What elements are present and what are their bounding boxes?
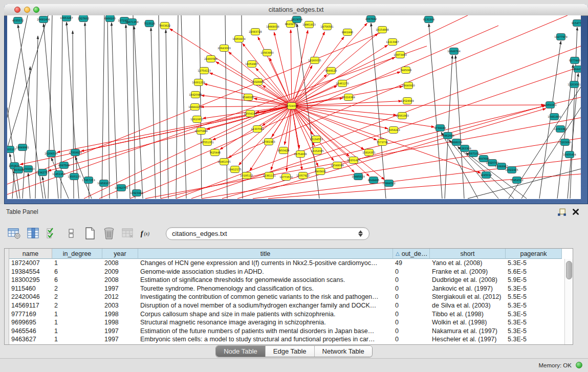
graph-node[interactable]: 12524949 <box>401 98 413 104</box>
graph-node[interactable]: 14756591 <box>320 24 333 30</box>
graph-node[interactable]: 16754836 <box>294 151 307 158</box>
graph-node[interactable]: 25605107 <box>7 146 16 153</box>
graph-node[interactable]: 7485063 <box>400 67 411 74</box>
table-row[interactable]: 969969511998Structural magnetic resonanc… <box>9 318 562 327</box>
graph-node[interactable]: 7573738 <box>377 139 388 146</box>
graph-node[interactable]: 20643003 <box>217 45 230 52</box>
column-header-in_degree[interactable]: in_degree <box>52 249 102 259</box>
close-panel-icon[interactable] <box>572 208 580 216</box>
graph-node[interactable]: 16640910 <box>402 82 415 89</box>
graph-node[interactable]: 18668038 <box>266 24 279 30</box>
graph-node[interactable]: 18420946 <box>189 92 202 98</box>
graph-node[interactable]: 9097588 <box>58 162 70 169</box>
graph-node[interactable]: 19944223 <box>188 104 201 111</box>
graph-node[interactable]: 22400584 <box>204 56 217 62</box>
graph-node[interactable]: 10481909 <box>548 114 560 120</box>
rows-icon[interactable] <box>64 226 78 240</box>
column-header-short[interactable]: short <box>430 249 506 259</box>
graph-node[interactable]: 16461045 <box>217 159 230 165</box>
graph-node[interactable]: 12203091 <box>568 81 580 88</box>
graph-node[interactable]: 18160035 <box>308 57 321 64</box>
graph-node[interactable]: 8131304 <box>423 16 434 23</box>
table-options-icon[interactable] <box>7 226 21 240</box>
graph-node[interactable]: 9886038 <box>451 139 462 146</box>
graph-node[interactable]: 16461270 <box>336 80 349 87</box>
graph-node[interactable]: 13505135 <box>68 173 80 180</box>
graph-node[interactable]: 7515526 <box>144 20 155 27</box>
table-row[interactable]: 1872400712008Changes of HCN gene express… <box>9 259 562 268</box>
graph-node[interactable]: 12754113 <box>198 68 210 74</box>
column-header-year[interactable]: year <box>102 249 138 259</box>
function-builder-icon[interactable]: f (x) <box>140 226 154 240</box>
network-canvas[interactable]: 1872400716154808122139871097349374850631… <box>7 15 581 199</box>
graph-node[interactable]: 10653287 <box>60 15 73 21</box>
graph-node[interactable]: 4035572 <box>12 17 24 24</box>
graph-node[interactable]: 7905600 <box>315 168 326 175</box>
graph-node[interactable]: 16648784 <box>447 48 460 55</box>
graph-node[interactable]: 7625446 <box>209 149 221 156</box>
graph-node[interactable]: 19861913 <box>302 21 315 28</box>
delete-table-icon[interactable] <box>121 226 135 240</box>
graph-node[interactable]: 2087682 <box>365 16 377 23</box>
graph-node[interactable]: 9950429 <box>278 147 289 154</box>
select-all-icon[interactable] <box>45 226 59 240</box>
table-scrollbar[interactable] <box>564 259 573 344</box>
graph-node[interactable]: 10862698 <box>441 133 454 139</box>
graph-node[interactable]: 9277443 <box>569 57 580 64</box>
graph-node[interactable]: 10216399 <box>342 94 355 101</box>
graph-node[interactable]: 16154808 <box>376 27 388 33</box>
graph-node[interactable]: 20691406 <box>37 16 50 23</box>
graph-node[interactable]: 10195115 <box>240 172 253 179</box>
table-row[interactable]: 1830029562008Estimation of significance … <box>9 276 562 285</box>
graph-node[interactable]: 9245012 <box>481 172 492 179</box>
graph-node[interactable]: 12213987 <box>386 39 399 46</box>
column-header-name[interactable]: name <box>9 249 52 259</box>
graph-node[interactable]: 16054907 <box>245 61 258 68</box>
graph-node[interactable]: 11337064 <box>251 126 264 133</box>
graph-node[interactable]: 19412175 <box>228 166 241 173</box>
graph-node[interactable]: 16001218 <box>192 79 205 86</box>
graph-node[interactable]: 11093360 <box>554 126 567 133</box>
graph-node[interactable]: 6466100 <box>104 15 116 22</box>
graph-node[interactable]: 12342757 <box>36 169 49 176</box>
graph-node[interactable]: 9861990 <box>342 29 353 36</box>
graph-node[interactable]: 11451955 <box>52 171 65 178</box>
table-row[interactable]: 2242004622012Investigating the contribut… <box>9 293 562 301</box>
graph-node[interactable]: 7663822 <box>159 23 170 29</box>
graph-node[interactable]: 12610651 <box>190 116 203 123</box>
graph-node[interactable]: 9546325 <box>243 94 254 101</box>
graph-node[interactable]: 15958361 <box>543 102 556 108</box>
column-header-pagerank[interactable]: pagerank <box>506 249 562 259</box>
table-row[interactable]: 946554611997Estimation of the future num… <box>9 327 562 336</box>
graph-node[interactable]: 20206536 <box>45 150 57 157</box>
tab-network-table[interactable]: Network Table <box>314 346 372 357</box>
graph-node[interactable]: 8739189 <box>434 125 446 132</box>
graph-node[interactable]: 12923448 <box>130 190 143 196</box>
scrollbar-thumb[interactable] <box>566 261 572 279</box>
graph-node[interactable]: 11381111 <box>263 172 275 179</box>
graph-node[interactable]: 7687105 <box>468 150 479 157</box>
graph-node[interactable]: 8649495 <box>368 177 379 184</box>
table-row[interactable]: 911546021997Tourette syndrome. Phenomeno… <box>9 285 562 293</box>
graph-node[interactable]: 18277979 <box>554 34 567 40</box>
graph-node[interactable]: 16958107 <box>97 180 110 187</box>
new-table-icon[interactable] <box>83 226 97 240</box>
graph-node[interactable]: 8813054 <box>291 16 302 23</box>
tab-edge-table[interactable]: Edge Table <box>265 346 314 357</box>
graph-node[interactable]: 17551351 <box>201 139 213 146</box>
graph-node[interactable]: 19561903 <box>396 113 408 119</box>
graph-node[interactable]: 11548098 <box>331 162 343 169</box>
graph-node[interactable]: 1327602 <box>78 15 89 22</box>
graph-node[interactable]: 22083728 <box>249 29 262 35</box>
graph-node[interactable]: 17081983 <box>262 139 275 145</box>
graph-node[interactable]: 6849123 <box>325 68 337 74</box>
graph-node[interactable]: 18849991 <box>16 144 29 151</box>
graph-node[interactable]: 10563950 <box>260 50 273 56</box>
table-row[interactable]: 1456911722003Disruption of a novel membe… <box>9 301 562 310</box>
show-columns-icon[interactable] <box>26 226 40 240</box>
graph-node[interactable]: 10435404 <box>563 151 576 158</box>
graph-node[interactable]: 16959974 <box>232 36 245 42</box>
table-row[interactable]: 977716911998Corpus callosum shape and si… <box>9 310 562 319</box>
graph-node[interactable]: 15658243 <box>387 127 400 134</box>
table-select-dropdown[interactable]: citations_edges.txt <box>166 227 369 240</box>
